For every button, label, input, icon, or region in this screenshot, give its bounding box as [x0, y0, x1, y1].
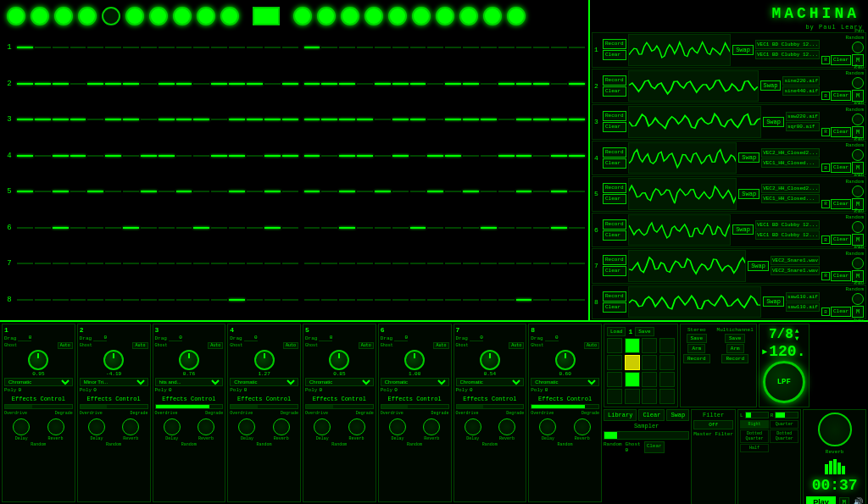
- seq-btn-r1-c5[interactable]: [87, 47, 103, 48]
- seq-btn-r4-c16[interactable]: [282, 155, 298, 157]
- off-btn[interactable]: Off: [693, 420, 733, 429]
- seq-btn-r8-c8[interactable]: [141, 299, 157, 301]
- seq-btn-r5-c7[interactable]: [123, 191, 139, 192]
- seq-btn-r2-c2[interactable]: [35, 83, 51, 85]
- overdrive-btn-3[interactable]: Overdrive: [155, 411, 178, 416]
- overdrive-btn-6[interactable]: Overdrive: [381, 411, 403, 416]
- seq-btn-r1-c4[interactable]: [70, 47, 86, 48]
- seq-btn-r6-c1[interactable]: [17, 227, 33, 229]
- seq-btn-r8-c17[interactable]: [304, 299, 320, 301]
- seq-btn-r6-c25[interactable]: [445, 227, 461, 229]
- ch-clear-4[interactable]: Clear: [603, 158, 626, 169]
- seq-btn-r4-c9[interactable]: [159, 155, 175, 157]
- ch-file2-7[interactable]: VEC2_Snare1.wav: [771, 266, 820, 275]
- pad-cell-1[interactable]: [607, 338, 622, 353]
- seq-btn-r7-c10[interactable]: [176, 263, 192, 264]
- seq-btn-r8-c15[interactable]: [264, 299, 281, 301]
- seq-btn-r3-c27[interactable]: [481, 119, 497, 120]
- seq-btn-r4-c18[interactable]: [321, 155, 337, 157]
- seq-btn-r1-c20[interactable]: [357, 47, 373, 48]
- clear-btn[interactable]: Clear: [638, 409, 665, 421]
- auto-btn-4[interactable]: Auto: [283, 342, 298, 349]
- pad-cell-12[interactable]: [659, 372, 675, 387]
- ch-pan-knob-5[interactable]: [852, 186, 864, 197]
- seq-btn-r2-c28[interactable]: [498, 83, 515, 85]
- ch-r-badge-5[interactable]: R: [821, 200, 830, 208]
- seq-btn-r1-c14[interactable]: [247, 47, 263, 48]
- degrade-btn-1[interactable]: Degrade: [55, 411, 73, 416]
- seq-btn-r2-c10[interactable]: [176, 83, 192, 85]
- seq-btn-r5-c10[interactable]: [176, 191, 192, 192]
- seq-btn-r3-c3[interactable]: [53, 119, 69, 120]
- delay-knob-5[interactable]: [314, 418, 331, 435]
- filter-bar-4[interactable]: [230, 404, 298, 409]
- seq-btn-r3-c26[interactable]: [463, 119, 479, 120]
- filter-bar-1[interactable]: [4, 404, 73, 409]
- ch-record-5[interactable]: Record: [603, 183, 626, 193]
- seq-btn-r1-c8[interactable]: [141, 47, 157, 48]
- ch-clear-3[interactable]: Clear: [603, 122, 626, 132]
- seq-btn-r2-c3[interactable]: [53, 83, 69, 85]
- ch-clear-1[interactable]: Clear: [603, 50, 626, 60]
- seq-btn-r6-c13[interactable]: [229, 227, 245, 229]
- seq-btn-r7-c31[interactable]: [551, 263, 567, 264]
- seq-btn-r5-c21[interactable]: [375, 191, 391, 192]
- seq-btn-r6-c11[interactable]: [193, 227, 209, 229]
- seq-btn-r3-c20[interactable]: [357, 119, 373, 120]
- seq-btn-r3-c2[interactable]: [35, 119, 51, 120]
- main-knob-4[interactable]: [254, 350, 275, 370]
- seq-btn-r5-c28[interactable]: [498, 191, 515, 192]
- seq-btn-r1-c31[interactable]: [551, 47, 567, 48]
- seq-btn-r7-c17[interactable]: [304, 263, 320, 264]
- pad-cell-9[interactable]: [607, 372, 622, 387]
- degrade-btn-2[interactable]: Degrade: [130, 411, 147, 416]
- ch-pan-knob-3[interactable]: [852, 114, 864, 125]
- ch-pan-knob-7[interactable]: [852, 258, 864, 269]
- seq-btn-r7-c30[interactable]: [533, 263, 549, 264]
- reverb-knob-2[interactable]: [122, 418, 139, 435]
- seq-btn-r3-c8[interactable]: [141, 119, 157, 120]
- seq-btn-r2-c26[interactable]: [463, 83, 479, 85]
- seq-btn-r4-c23[interactable]: [410, 155, 426, 157]
- seq-btn-r2-c18[interactable]: [321, 83, 337, 85]
- knob-rect-1[interactable]: [253, 7, 280, 25]
- seq-btn-r7-c32[interactable]: [569, 263, 585, 264]
- seq-btn-r2-c20[interactable]: [357, 83, 373, 85]
- seq-btn-r8-c26[interactable]: [463, 299, 479, 301]
- seq-btn-r7-c26[interactable]: [463, 263, 479, 264]
- seq-btn-r2-c22[interactable]: [392, 83, 409, 85]
- ch-swap-8[interactable]: Swap: [763, 296, 784, 307]
- seq-btn-r6-c27[interactable]: [481, 227, 497, 229]
- ch-file2-8[interactable]: saw110.aif: [786, 302, 820, 312]
- seq-btn-r2-c11[interactable]: [193, 83, 209, 85]
- dotted-quarter-opt2[interactable]: Dotted Quarter: [770, 429, 798, 443]
- delay-knob-8[interactable]: [539, 418, 556, 435]
- knob-18[interactable]: [459, 7, 478, 25]
- seq-btn-r4-c8[interactable]: [141, 155, 157, 157]
- seq-btn-r8-c29[interactable]: [516, 299, 532, 301]
- auto-btn-7[interactable]: Auto: [509, 342, 524, 349]
- knob-2[interactable]: [31, 7, 49, 25]
- seq-btn-r2-c19[interactable]: [339, 83, 355, 85]
- half-opt[interactable]: Half: [740, 444, 769, 452]
- seq-btn-r4-c12[interactable]: [211, 155, 227, 157]
- random-btn-panel-7[interactable]: Random: [456, 442, 525, 447]
- seq-btn-r3-c24[interactable]: [427, 119, 443, 120]
- seq-btn-r4-c20[interactable]: [357, 155, 373, 157]
- seq-btn-r4-c21[interactable]: [375, 155, 391, 157]
- seq-btn-r4-c28[interactable]: [498, 155, 515, 157]
- seq-btn-r8-c32[interactable]: [569, 299, 585, 301]
- seq-btn-r6-c23[interactable]: [410, 227, 426, 229]
- seq-btn-r1-c30[interactable]: [533, 47, 549, 48]
- seq-btn-r1-c3[interactable]: [53, 47, 69, 48]
- seq-btn-r1-c24[interactable]: [427, 47, 443, 48]
- ch-clear-2[interactable]: Clear: [603, 86, 626, 97]
- seq-btn-r5-c11[interactable]: [193, 191, 209, 192]
- mode-select-3[interactable]: hits and...: [155, 378, 224, 386]
- seq-btn-r6-c5[interactable]: [87, 227, 103, 229]
- time-sig-up[interactable]: ▲: [795, 327, 799, 335]
- seq-btn-r4-c32[interactable]: [569, 155, 585, 157]
- seq-btn-r7-c14[interactable]: [247, 263, 263, 264]
- seq-btn-r5-c8[interactable]: [141, 191, 157, 192]
- seq-btn-r8-c21[interactable]: [375, 299, 391, 301]
